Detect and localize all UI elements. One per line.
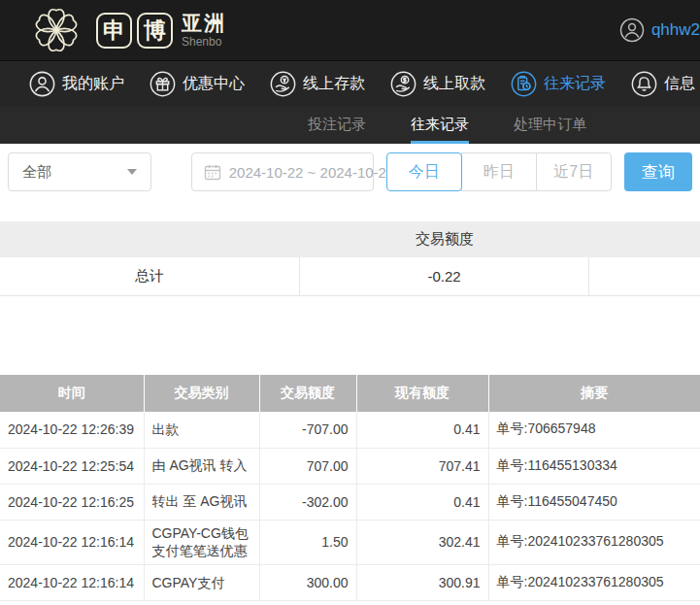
cell-balance: 0.41 bbox=[356, 412, 488, 448]
date-range-input[interactable]: 2024-10-22 ~ 2024-10-22 bbox=[191, 152, 374, 191]
gift-icon bbox=[150, 71, 176, 97]
summary-total-value: -0.22 bbox=[300, 257, 589, 295]
cell-balance: 300.91 bbox=[356, 565, 488, 601]
cell-memo: 单号:202410233761280305 bbox=[488, 565, 700, 601]
table-row: 2024-10-22 12:16:25 转出 至 AG视讯 -302.00 0.… bbox=[0, 484, 700, 520]
brand-logo[interactable]: 申 博 亚洲 Shenbo bbox=[25, 2, 226, 58]
cell-amount: -302.00 bbox=[259, 484, 356, 520]
account-area[interactable]: qhhw2 bbox=[619, 0, 700, 60]
nav-label: 我的账户 bbox=[62, 74, 124, 94]
col-header-memo: 摘要 bbox=[488, 375, 700, 412]
summary-table: 交易额度 总计 -0.22 bbox=[0, 221, 700, 296]
chevron-down-icon bbox=[127, 169, 137, 175]
cell-time: 2024-10-22 12:16:14 bbox=[0, 565, 144, 601]
cell-memo: 单号:202410233761280305 bbox=[488, 520, 700, 565]
table-row: 2024-10-22 12:16:14 CGPAY支付 300.00 300.9… bbox=[0, 565, 700, 601]
cell-amount: 300.00 bbox=[259, 565, 356, 601]
filter-bar: 全部 2024-10-22 ~ 2024-10-22 今日 昨日 近7日 查询 bbox=[0, 144, 700, 191]
summary-header-amount: 交易额度 bbox=[300, 221, 589, 257]
col-header-category: 交易类别 bbox=[144, 375, 259, 412]
brand-region: 亚洲 bbox=[182, 13, 226, 33]
tab-transaction-records[interactable]: 往来记录 bbox=[411, 107, 469, 144]
today-button[interactable]: 今日 bbox=[386, 152, 462, 191]
flower-logo-icon bbox=[25, 2, 87, 58]
cell-balance: 0.41 bbox=[356, 484, 488, 520]
username[interactable]: qhhw2 bbox=[651, 20, 700, 40]
deposit-hand-coin-icon bbox=[270, 71, 296, 97]
col-header-balance: 现有额度 bbox=[356, 375, 488, 412]
brand-char-shen: 申 bbox=[96, 13, 132, 49]
cell-memo: 单号:706657948 bbox=[488, 412, 700, 448]
main-navigation: 我的账户 优惠中心 线上存款 bbox=[0, 60, 700, 107]
nav-item-messages[interactable]: 信息 bbox=[631, 71, 695, 97]
nav-item-promotions[interactable]: 优惠中心 bbox=[150, 71, 245, 97]
summary-total-label: 总计 bbox=[0, 257, 300, 295]
brand-latin: Shenbo bbox=[182, 36, 226, 48]
summary-header-spacer bbox=[589, 221, 700, 257]
cell-category: 转出 至 AG视讯 bbox=[144, 484, 259, 520]
withdraw-hand-coin-icon bbox=[390, 71, 417, 97]
nav-label: 往来记录 bbox=[544, 74, 606, 94]
summary-header-spacer bbox=[0, 221, 300, 257]
table-row: 2024-10-22 12:25:54 由 AG视讯 转入 707.00 707… bbox=[0, 448, 700, 484]
cell-balance: 302.41 bbox=[356, 520, 488, 565]
cell-category: 出款 bbox=[144, 412, 259, 448]
table-row: 2024-10-22 12:16:14 CGPAY-CG钱包支付笔笔送优惠 1.… bbox=[0, 520, 700, 565]
cell-amount: 707.00 bbox=[259, 448, 356, 484]
col-header-amount: 交易额度 bbox=[259, 375, 356, 412]
cell-amount: -707.00 bbox=[259, 412, 356, 448]
type-filter-select[interactable]: 全部 bbox=[8, 152, 151, 191]
nav-label: 线上存款 bbox=[303, 74, 365, 94]
nav-item-deposit[interactable]: 线上存款 bbox=[270, 71, 365, 97]
records-clipboard-clock-icon bbox=[511, 71, 537, 97]
quick-date-button-group: 今日 昨日 近7日 bbox=[386, 152, 612, 191]
cell-amount: 1.50 bbox=[259, 520, 356, 565]
tab-betting-records[interactable]: 投注记录 bbox=[308, 107, 366, 144]
nav-item-withdraw[interactable]: 线上取款 bbox=[390, 71, 485, 97]
search-button[interactable]: 查询 bbox=[624, 152, 692, 191]
summary-total-spacer bbox=[589, 257, 700, 295]
records-subnav: 投注记录 往来记录 处理中订单 bbox=[0, 107, 700, 144]
nav-label: 信息 bbox=[664, 74, 695, 94]
transactions-table: 时间 交易类别 交易额度 现有额度 摘要 2024-10-22 12:26:39… bbox=[0, 375, 700, 601]
cell-time: 2024-10-22 12:16:14 bbox=[0, 520, 144, 565]
date-range-value: 2024-10-22 ~ 2024-10-22 bbox=[229, 164, 395, 181]
nav-label: 优惠中心 bbox=[183, 74, 245, 94]
tab-pending-orders[interactable]: 处理中订单 bbox=[514, 107, 586, 144]
cell-category: CGPAY-CG钱包支付笔笔送优惠 bbox=[144, 520, 259, 565]
user-icon bbox=[29, 71, 55, 97]
nav-item-my-account[interactable]: 我的账户 bbox=[29, 71, 124, 97]
cell-category: CGPAY支付 bbox=[144, 565, 259, 601]
cell-balance: 707.41 bbox=[356, 448, 488, 484]
user-avatar-icon bbox=[619, 17, 645, 43]
bell-icon bbox=[631, 71, 657, 97]
nav-label: 线上取款 bbox=[423, 74, 485, 94]
cell-time: 2024-10-22 12:16:25 bbox=[0, 484, 144, 520]
brand-char-bo: 博 bbox=[137, 13, 173, 49]
col-header-time: 时间 bbox=[0, 375, 144, 412]
type-filter-value: 全部 bbox=[22, 163, 51, 182]
calendar-icon bbox=[204, 163, 221, 181]
last-7-days-button[interactable]: 近7日 bbox=[536, 152, 612, 191]
yesterday-button[interactable]: 昨日 bbox=[461, 152, 537, 191]
table-header-row: 时间 交易类别 交易额度 现有额度 摘要 bbox=[0, 375, 700, 412]
table-row: 2024-10-22 12:26:39 出款 -707.00 0.41 单号:7… bbox=[0, 412, 700, 448]
nav-item-transaction-records[interactable]: 往来记录 bbox=[511, 71, 606, 97]
cell-memo: 单号:116455130334 bbox=[488, 448, 700, 484]
summary-header-row: 交易额度 bbox=[0, 221, 700, 257]
summary-total-row: 总计 -0.22 bbox=[0, 257, 700, 296]
cell-memo: 单号:116455047450 bbox=[488, 484, 700, 520]
cell-time: 2024-10-22 12:25:54 bbox=[0, 448, 144, 484]
cell-category: 由 AG视讯 转入 bbox=[144, 448, 259, 484]
topbar: 申 博 亚洲 Shenbo qhhw2 bbox=[0, 0, 700, 60]
cell-time: 2024-10-22 12:26:39 bbox=[0, 412, 144, 448]
